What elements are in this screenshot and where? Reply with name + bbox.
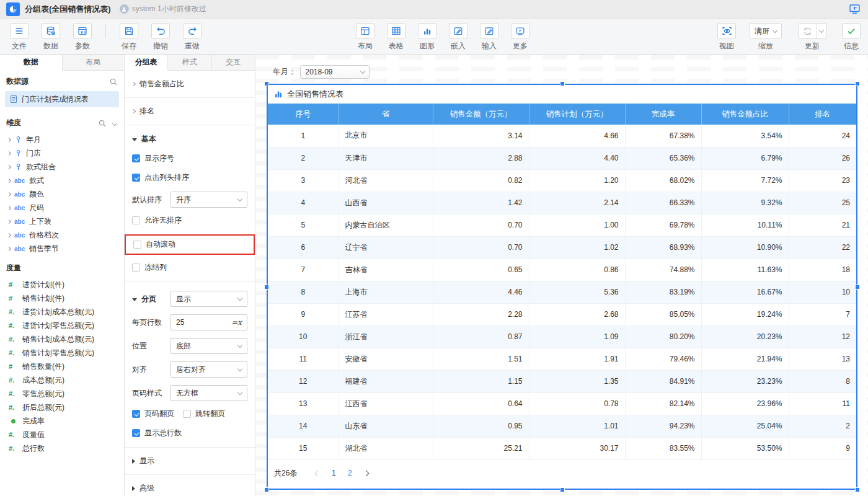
page-number[interactable]: 1 — [327, 466, 340, 480]
expand-chevron-icon[interactable] — [7, 192, 11, 196]
page-style-select[interactable]: 无方框 — [170, 385, 247, 401]
show-total-checkbox[interactable]: 显示总行数 — [132, 428, 247, 438]
chevron-down-icon[interactable] — [112, 120, 117, 125]
redo-button[interactable]: 重做 — [178, 23, 206, 51]
expand-chevron-icon[interactable] — [7, 219, 11, 223]
dimension-item[interactable]: abc尺码 — [0, 201, 124, 215]
measure-item[interactable]: #.进货计划零售总额(元) — [0, 319, 124, 332]
dimension-item[interactable]: 门店 — [0, 146, 124, 160]
tab-layout[interactable]: 布局 — [63, 55, 125, 70]
show-index-checkbox[interactable]: 显示序号 — [132, 153, 247, 164]
col-header[interactable]: 序号 — [268, 104, 339, 125]
data-button[interactable]: 数据 — [37, 23, 65, 51]
col-header[interactable]: 完成率 — [625, 104, 701, 125]
search-icon[interactable] — [98, 119, 107, 128]
measure-item[interactable]: #销售计划(件) — [0, 291, 124, 305]
table-button[interactable]: 表格 — [382, 23, 410, 51]
resize-handle[interactable] — [560, 81, 565, 86]
file-button[interactable]: 文件 — [5, 23, 33, 51]
section-sales-ratio[interactable]: 销售金额占比 — [125, 71, 255, 98]
resize-handle[interactable] — [855, 81, 860, 86]
table-widget[interactable]: 全国销售情况表 序号 省 销售金额（万元） 销售计划（万元） 完成率 销售金额占… — [267, 84, 857, 490]
tab-group-table[interactable]: 分组表 — [125, 55, 168, 71]
paging-section-header[interactable]: 分页 — [132, 294, 170, 304]
measure-item[interactable]: 完成率 — [0, 414, 124, 428]
refresh-dropdown-chevron[interactable] — [817, 23, 826, 39]
info-button[interactable]: 信息 — [837, 23, 866, 51]
next-page-icon[interactable] — [359, 466, 373, 480]
refresh-button[interactable]: 更新 — [790, 23, 834, 51]
measure-item[interactable]: #.零售总额(元) — [0, 387, 124, 401]
dimension-item[interactable]: abc销售季节 — [0, 242, 124, 255]
freeze-column-checkbox[interactable]: 冻结列 — [132, 262, 247, 273]
dimension-item[interactable]: 年月 — [0, 133, 124, 146]
resize-handle[interactable] — [264, 81, 269, 86]
section-display[interactable]: 显示 — [125, 448, 255, 475]
measure-item[interactable]: #.度量值 — [0, 428, 124, 441]
more-button[interactable]: 更多 — [506, 23, 534, 51]
measure-item[interactable]: #进货计划(件) — [0, 278, 124, 291]
view-button[interactable]: 视图 — [712, 23, 741, 51]
position-select[interactable]: 底部 — [170, 338, 247, 354]
chart-button[interactable]: 图形 — [413, 23, 441, 51]
allow-nosort-checkbox[interactable]: 允许无排序 — [132, 215, 247, 226]
align-select[interactable]: 居右对齐 — [170, 361, 247, 378]
dimension-item[interactable]: 款式组合 — [0, 160, 124, 174]
measure-item[interactable]: #.成本总额(元) — [0, 373, 124, 387]
formula-button[interactable]: =x — [231, 318, 242, 327]
embed-button[interactable]: 嵌入 — [444, 23, 472, 51]
measure-item[interactable]: #销售数量(件) — [0, 360, 124, 373]
measure-item[interactable]: #.折后总额(元) — [0, 401, 124, 414]
dimension-item[interactable]: abc颜色 — [0, 187, 124, 201]
col-header[interactable]: 销售计划（万元） — [529, 104, 625, 125]
resize-handle[interactable] — [855, 285, 860, 290]
tab-interaction[interactable]: 交互 — [212, 55, 255, 70]
undo-button[interactable]: 撤销 — [146, 23, 175, 51]
tab-data[interactable]: 数据 — [0, 55, 63, 71]
expand-chevron-icon[interactable] — [7, 246, 11, 250]
expand-chevron-icon[interactable] — [7, 178, 11, 182]
measure-item[interactable]: #.销售计划零售总额(元) — [0, 346, 124, 360]
col-header[interactable]: 销售金额（万元） — [433, 104, 529, 125]
input-button[interactable]: 输入 — [475, 23, 503, 51]
month-filter-select[interactable]: 2018-09 — [300, 65, 370, 79]
col-header[interactable]: 省 — [339, 104, 433, 125]
expand-chevron-icon[interactable] — [7, 232, 11, 237]
resize-handle[interactable] — [264, 487, 269, 492]
paging-select[interactable]: 显示 — [170, 291, 247, 307]
rows-per-page-input[interactable] — [176, 318, 231, 327]
layout-button[interactable]: 布局 — [351, 23, 379, 51]
expand-chevron-icon[interactable] — [7, 164, 11, 169]
datasource-item[interactable]: 门店计划完成情况表 — [5, 91, 119, 107]
measure-item[interactable]: #.销售计划成本总额(元) — [0, 332, 124, 346]
expand-chevron-icon[interactable] — [7, 205, 11, 210]
basic-section-header[interactable]: 基本 — [132, 134, 247, 144]
dimension-item[interactable]: abc款式 — [0, 174, 124, 187]
page-flip-checkbox[interactable]: 页码翻页 — [132, 409, 174, 419]
measure-item[interactable]: #.进货计划成本总额(元) — [0, 305, 124, 319]
section-advanced[interactable]: 高级 — [125, 475, 255, 495]
dimension-item[interactable]: abc上下装 — [0, 215, 124, 228]
monitor-icon[interactable] — [849, 4, 861, 14]
tab-style[interactable]: 样式 — [168, 55, 211, 70]
default-sort-select[interactable]: 升序 — [170, 192, 247, 208]
page-number-current[interactable]: 2 — [343, 466, 356, 480]
auto-scroll-checkbox[interactable]: 自动滚动 — [133, 239, 246, 250]
resize-handle[interactable] — [264, 285, 269, 290]
zoom-dropdown[interactable]: 满屏 缩放 — [744, 23, 787, 51]
resize-handle[interactable] — [560, 487, 565, 492]
section-rank[interactable]: 排名 — [125, 98, 255, 125]
expand-chevron-icon[interactable] — [7, 151, 11, 155]
col-header[interactable]: 销售金额占比 — [701, 104, 789, 125]
expand-chevron-icon[interactable] — [7, 137, 11, 141]
col-header[interactable]: 排名 — [789, 104, 856, 125]
jump-flip-checkbox[interactable]: 跳转翻页 — [183, 409, 225, 419]
measure-item[interactable]: #.总行数 — [0, 441, 124, 455]
click-header-sort-checkbox[interactable]: 点击列头排序 — [132, 172, 247, 183]
dimension-item[interactable]: abc价格档次 — [0, 228, 124, 242]
prev-page-icon[interactable] — [311, 466, 324, 480]
params-button[interactable]: 参数 — [68, 23, 97, 51]
resize-handle[interactable] — [855, 487, 860, 492]
save-button[interactable]: 保存 — [115, 23, 143, 51]
search-icon[interactable] — [109, 78, 118, 86]
